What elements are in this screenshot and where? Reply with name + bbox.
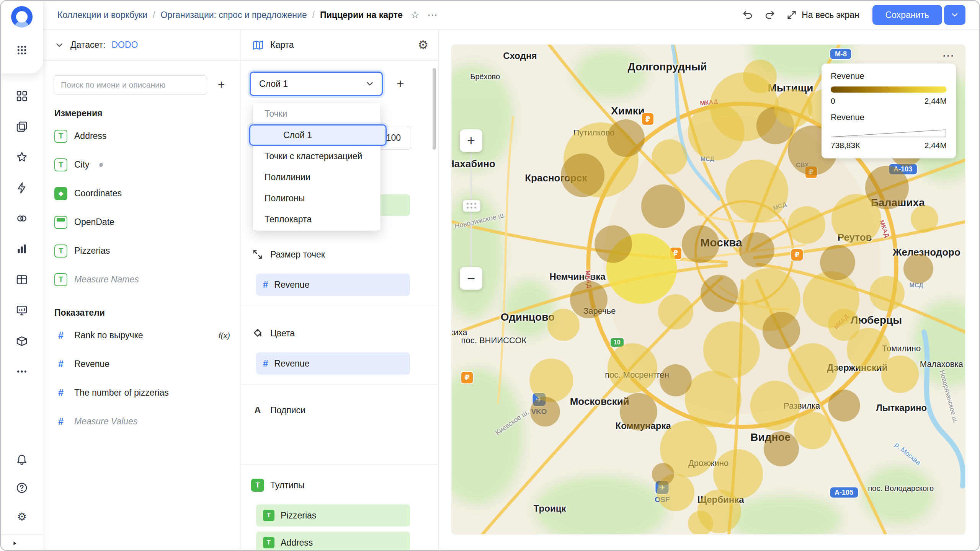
layer-type-option[interactable]: Точки bbox=[253, 103, 381, 124]
map-bubble[interactable] bbox=[828, 390, 860, 422]
dashboards-icon[interactable] bbox=[15, 303, 29, 318]
apps-grid-icon[interactable] bbox=[15, 43, 29, 57]
dataset-name-link[interactable]: DODO bbox=[111, 40, 138, 50]
relations-icon[interactable] bbox=[15, 211, 29, 226]
chart-settings-gear-icon[interactable]: ⚙ bbox=[418, 39, 428, 51]
map-bubble[interactable] bbox=[828, 309, 860, 341]
config-field-pill[interactable]: #Revenue bbox=[256, 352, 410, 375]
dimensions-title: Измерения bbox=[54, 108, 230, 119]
add-field-button[interactable]: + bbox=[212, 76, 230, 94]
more-actions-icon[interactable]: ⋯ bbox=[427, 10, 438, 20]
map-bubble[interactable] bbox=[788, 343, 838, 393]
rail-expand-button[interactable] bbox=[1, 534, 43, 551]
map-bubble[interactable] bbox=[529, 359, 573, 402]
map-bubble[interactable] bbox=[703, 321, 760, 378]
map-bubble[interactable] bbox=[750, 381, 800, 430]
notifications-bell-icon[interactable] bbox=[15, 452, 29, 466]
map-bubble[interactable] bbox=[911, 205, 938, 233]
charts-icon[interactable] bbox=[15, 242, 29, 256]
datalens-logo-icon[interactable] bbox=[11, 6, 33, 28]
layer-select[interactable]: Слой 1 bbox=[250, 72, 383, 96]
map-bubble[interactable] bbox=[865, 166, 909, 209]
map-bubble[interactable] bbox=[763, 312, 800, 349]
map-bubble[interactable] bbox=[607, 119, 645, 157]
map-bubble[interactable] bbox=[652, 463, 674, 485]
storage-icon[interactable] bbox=[15, 334, 29, 348]
map-bubble[interactable] bbox=[547, 309, 580, 341]
map-bubble[interactable] bbox=[788, 206, 825, 244]
fullscreen-button[interactable]: На весь экран bbox=[786, 10, 859, 20]
map-bubble[interactable] bbox=[725, 160, 788, 222]
config-field-pill[interactable]: #Revenue bbox=[256, 274, 410, 296]
map-bubble[interactable] bbox=[764, 431, 799, 466]
layer-type-option[interactable]: Полигоны bbox=[253, 188, 381, 209]
map-more-icon[interactable]: ⋯ bbox=[942, 49, 954, 62]
text-type-icon: T bbox=[263, 510, 274, 521]
dimension-field[interactable]: TPizzerias bbox=[43, 236, 240, 265]
layer-type-option[interactable]: Точки с кластеризацией bbox=[253, 146, 381, 167]
map-bubble[interactable] bbox=[820, 245, 855, 280]
redo-icon[interactable] bbox=[764, 9, 776, 21]
breadcrumb-workbook[interactable]: Организации: спрос и предложение bbox=[160, 10, 307, 20]
map-bubble[interactable] bbox=[652, 139, 687, 174]
widgets-icon[interactable] bbox=[15, 89, 29, 103]
breadcrumb-collections[interactable]: Коллекции и воркбуки bbox=[57, 10, 147, 20]
map-bubble[interactable] bbox=[660, 364, 692, 396]
map-bubble[interactable] bbox=[903, 254, 933, 284]
dimension-field[interactable]: OpenDate bbox=[43, 208, 240, 236]
dimension-field[interactable]: TAddress bbox=[43, 122, 240, 150]
dimension-field[interactable]: TMeasure Names bbox=[43, 265, 240, 294]
zoom-slider-handle[interactable] bbox=[463, 200, 480, 212]
map-bubble[interactable] bbox=[774, 89, 812, 127]
map-bubble[interactable] bbox=[608, 343, 657, 393]
map-bubble[interactable] bbox=[701, 275, 738, 312]
favorites-star-icon[interactable] bbox=[15, 150, 29, 165]
measure-field[interactable]: #The number of pizzerias bbox=[43, 378, 240, 407]
map-bubble[interactable] bbox=[658, 294, 693, 329]
config-field-pill[interactable]: TPizzerias bbox=[256, 504, 410, 527]
add-layer-button[interactable]: + bbox=[390, 73, 411, 95]
dataset-header[interactable]: Датасет: DODO bbox=[43, 29, 240, 61]
map-bubble[interactable] bbox=[869, 276, 905, 311]
dimension-field[interactable]: ◆Coordinates bbox=[43, 179, 240, 208]
zoom-out-button[interactable]: − bbox=[460, 267, 482, 290]
save-dropdown-button[interactable] bbox=[944, 5, 965, 25]
measure-field[interactable]: #Rank по выручкеf(x) bbox=[43, 321, 240, 350]
map-bubble[interactable] bbox=[561, 153, 604, 197]
map-bubble[interactable] bbox=[682, 225, 719, 263]
zoom-in-button[interactable]: + bbox=[460, 129, 482, 152]
map-bubble[interactable] bbox=[570, 281, 608, 318]
layer-type-option[interactable]: Слой 1 bbox=[249, 124, 387, 146]
undo-icon[interactable] bbox=[742, 9, 753, 21]
measure-field[interactable]: #Revenue bbox=[43, 350, 240, 378]
map-bubble[interactable] bbox=[641, 184, 685, 228]
map-bubble[interactable] bbox=[620, 393, 657, 430]
save-button[interactable]: Сохранить bbox=[872, 5, 942, 25]
help-icon[interactable] bbox=[15, 481, 29, 495]
map-bubble[interactable] bbox=[685, 371, 742, 427]
layer-type-option[interactable]: Полилинии bbox=[253, 167, 381, 188]
measure-field[interactable]: #Measure Values bbox=[43, 407, 240, 436]
collections-icon[interactable] bbox=[15, 119, 29, 134]
map-bubble[interactable] bbox=[688, 511, 713, 535]
text-type-icon: T bbox=[54, 158, 67, 171]
map-bubble[interactable] bbox=[743, 60, 777, 93]
layer-type-option[interactable]: Теплокарта bbox=[253, 209, 381, 230]
config-scrollbar[interactable] bbox=[433, 68, 436, 150]
map-bubble[interactable] bbox=[688, 104, 745, 160]
map-bubble[interactable] bbox=[794, 412, 831, 449]
map-canvas[interactable]: СходняБрёховоДолгопрудныйМытищиХимкиПути… bbox=[451, 44, 965, 535]
quick-actions-icon[interactable] bbox=[15, 181, 29, 195]
field-search-input[interactable] bbox=[54, 75, 207, 95]
map-bubble[interactable] bbox=[530, 397, 560, 427]
datasets-icon[interactable] bbox=[15, 272, 29, 287]
dimension-field[interactable]: TCity bbox=[43, 150, 240, 179]
left-rail: ⚙ bbox=[1, 1, 43, 551]
rail-more-icon[interactable] bbox=[15, 364, 29, 379]
map-bubble[interactable] bbox=[881, 355, 919, 393]
settings-gear-icon[interactable]: ⚙ bbox=[15, 510, 29, 524]
favorite-star-icon[interactable]: ☆ bbox=[410, 10, 420, 20]
map-bubble[interactable] bbox=[595, 225, 632, 263]
config-field-pill[interactable]: TAddress bbox=[256, 531, 410, 550]
map-bubble[interactable] bbox=[739, 232, 774, 267]
